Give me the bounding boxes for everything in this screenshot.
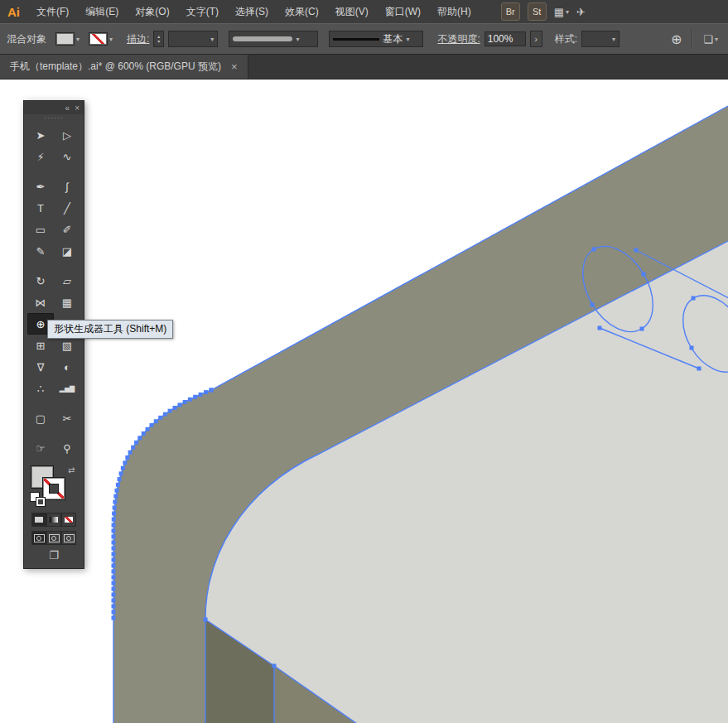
anchor-point[interactable] [642,272,646,277]
type-tool[interactable]: T [27,197,54,219]
anchor-point[interactable] [204,390,208,394]
anchor-point[interactable] [112,581,116,586]
line-segment-tool[interactable]: ╱ [54,197,80,219]
anchor-point[interactable] [158,416,162,420]
eraser-tool[interactable]: ◪ [54,240,80,262]
document-tab[interactable]: 手机（template）.ai* @ 600% (RGB/GPU 预览) × [0,55,248,79]
close-panel-icon[interactable]: × [75,104,80,113]
anchor-point[interactable] [163,412,167,417]
rotate-tool[interactable]: ↻ [27,270,54,292]
anchor-point[interactable] [154,419,158,423]
draw-inside-button[interactable] [61,531,76,545]
canvas-area[interactable]: « × ······ ➤▷⚡∿✒∫T╱▭✐✎◪↻▱⋈▦⊕△⊞▧∇◐∴▂▅▇▢✂☞… [0,80,728,723]
lasso-tool[interactable]: ∿ [54,146,80,167]
menu-file[interactable]: 文件(F) [28,0,77,23]
anchor-point[interactable] [272,664,277,668]
eyedropper-tool[interactable]: ∇ [27,356,54,378]
anchor-point[interactable] [193,395,197,399]
anchor-point[interactable] [634,248,639,253]
menu-window[interactable]: 窗口(W) [377,0,429,23]
gradient-button[interactable] [46,513,61,527]
anchor-point[interactable] [112,605,116,609]
anchor-point[interactable] [131,446,135,450]
bridge-button[interactable]: Br [501,2,520,21]
anchor-point[interactable] [168,409,172,413]
anchor-point[interactable] [592,248,596,252]
anchor-point[interactable] [178,402,182,407]
anchor-point[interactable] [112,523,116,528]
share-button[interactable]: ✈ [576,6,586,18]
anchor-point[interactable] [112,587,116,591]
anchor-point[interactable] [692,296,696,301]
anchor-point[interactable] [690,346,694,350]
stroke-color-control[interactable]: ▾ [89,32,113,46]
rectangle-tool[interactable]: ▭ [27,219,54,240]
swap-fill-stroke-icon[interactable]: ⇄ [68,465,75,475]
anchor-point[interactable] [112,593,116,597]
menu-help[interactable]: 帮助(H) [429,0,480,23]
document-setup-button[interactable]: ❏ ▾ [703,33,718,46]
stroke-color-indicator[interactable] [42,477,65,500]
curvature-tool[interactable]: ∫ [54,176,80,197]
anchor-point[interactable] [114,489,118,493]
default-stroke-swatch[interactable] [36,497,46,507]
fill-swatch[interactable] [55,32,75,46]
anchor-point[interactable] [113,494,118,499]
anchor-point[interactable] [199,393,203,397]
anchor-point[interactable] [172,406,176,410]
anchor-point[interactable] [112,547,116,551]
spinner-down-icon[interactable]: ▾ [157,39,160,44]
fill-color-control[interactable]: ▾ [55,32,80,46]
anchor-point[interactable] [146,427,150,431]
anchor-point[interactable] [134,441,138,445]
anchor-point[interactable] [188,398,192,402]
anchor-point[interactable] [112,610,116,615]
anchor-point[interactable] [112,564,116,568]
opacity-input[interactable] [485,31,526,46]
direct-selection-tool[interactable]: ▷ [54,124,80,146]
blend-tool[interactable]: ◐ [54,356,80,378]
collapse-panel-icon[interactable]: « [65,104,70,113]
color-button[interactable] [31,513,46,527]
free-transform-tool[interactable]: ▦ [54,292,80,313]
width-profile-select[interactable]: ▾ [229,31,318,47]
pen-tool[interactable]: ✒ [27,176,54,197]
stroke-weight-stepper[interactable]: ▴ ▾ [153,31,164,47]
anchor-point[interactable] [118,477,122,481]
menu-edit[interactable]: 编辑(E) [77,0,127,23]
anchor-point[interactable] [113,506,117,510]
hand-tool[interactable]: ☞ [27,437,54,459]
opacity-label[interactable]: 不透明度: [437,32,480,46]
anchor-point[interactable] [123,460,127,465]
opacity-flyout-button[interactable]: › [530,31,542,47]
stroke-weight-select[interactable]: ▾ [168,31,218,47]
draw-normal-button[interactable] [31,531,46,545]
menu-type[interactable]: 文字(T) [178,0,227,23]
symbol-sprayer-tool[interactable]: ∴ [27,378,54,399]
anchor-point[interactable] [112,599,116,603]
anchor-point[interactable] [116,483,120,487]
artwork-canvas[interactable] [0,80,728,723]
scale-tool[interactable]: ▱ [54,270,80,292]
anchor-point[interactable] [128,451,133,455]
anchor-point[interactable] [204,618,208,622]
anchor-point[interactable] [112,552,116,557]
anchor-point[interactable] [112,512,116,516]
width-tool[interactable]: ⋈ [27,292,54,313]
menu-object[interactable]: 对象(O) [127,0,177,23]
globe-icon[interactable]: ⊕ [671,31,682,47]
anchor-point[interactable] [112,576,116,580]
anchor-point[interactable] [119,471,123,475]
anchor-point[interactable] [150,423,154,427]
anchor-point[interactable] [640,327,644,331]
anchor-point[interactable] [112,541,116,545]
anchor-point[interactable] [591,303,595,307]
zoom-tool[interactable]: ⚲ [54,437,80,459]
anchor-point[interactable] [183,400,187,404]
slice-tool[interactable]: ✂ [54,407,80,429]
selection-tool[interactable]: ➤ [27,124,54,146]
none-button[interactable] [61,513,76,527]
menu-effect[interactable]: 效果(C) [277,0,327,23]
anchor-point[interactable] [210,388,214,393]
anchor-point[interactable] [112,518,116,522]
